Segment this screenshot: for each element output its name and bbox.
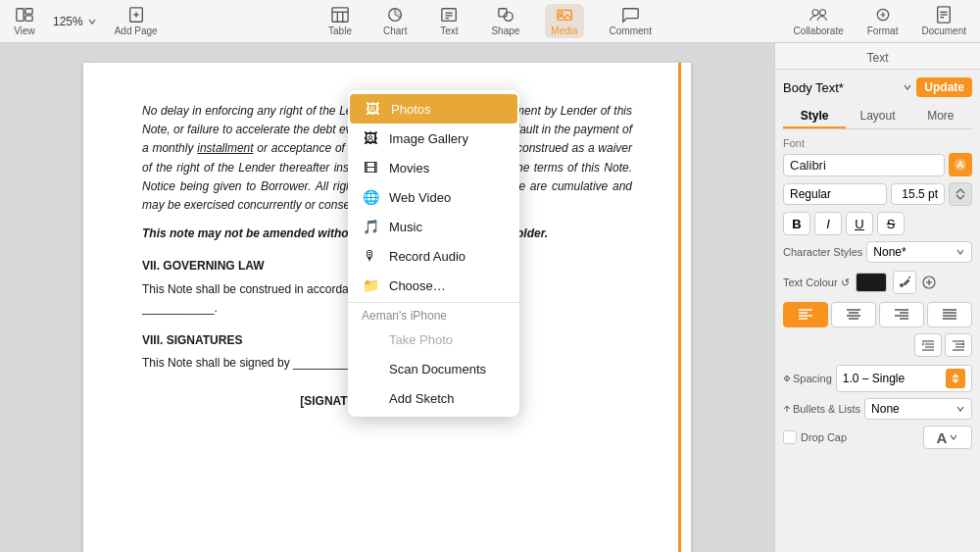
record-audio-icon: 🎙 bbox=[362, 247, 379, 265]
char-styles-chevron-icon bbox=[956, 248, 965, 256]
menu-item-photos[interactable]: 🖼 Photos bbox=[350, 94, 517, 124]
menu-item-music[interactable]: 🎵 Music bbox=[348, 212, 519, 241]
collaborate-button[interactable]: Collaborate bbox=[788, 4, 850, 38]
svg-point-28 bbox=[900, 283, 904, 287]
add-page-button[interactable]: Add Page bbox=[109, 4, 164, 38]
dropcap-letter-icon: A bbox=[937, 429, 948, 446]
style-dropdown-chevron-icon bbox=[903, 82, 912, 92]
format-button[interactable]: Format bbox=[861, 4, 905, 38]
font-section-label: Font bbox=[783, 137, 972, 149]
svg-rect-1 bbox=[25, 9, 32, 14]
menu-item-scan-documents[interactable]: Scan Documents bbox=[348, 354, 519, 383]
spacing-arrow-icon bbox=[783, 375, 791, 382]
align-right-icon bbox=[894, 308, 909, 322]
svg-rect-11 bbox=[442, 9, 456, 22]
style-selector: Body Text* Update bbox=[783, 77, 972, 97]
menu-item-add-sketch-label: Add Sketch bbox=[389, 391, 455, 406]
document-label: Document bbox=[921, 25, 966, 36]
music-icon: 🎵 bbox=[362, 218, 379, 235]
char-styles-label: Character Styles bbox=[783, 246, 862, 258]
indent-decrease-icon bbox=[921, 339, 935, 351]
orange-line bbox=[678, 63, 681, 552]
format-icon bbox=[872, 6, 894, 24]
table-label: Table bbox=[328, 25, 352, 36]
view-label: View bbox=[14, 25, 35, 36]
font-size-stepper[interactable] bbox=[949, 182, 972, 206]
menu-item-web-video[interactable]: 🌐 Web Video bbox=[348, 182, 519, 212]
panel-tabs: Style Layout More bbox=[783, 105, 972, 129]
spacing-row: Spacing 1.0 – Single bbox=[783, 365, 972, 392]
align-center-button[interactable] bbox=[831, 302, 876, 327]
add-sketch-icon bbox=[362, 389, 379, 407]
text-label: Text bbox=[440, 25, 458, 36]
style-dropdown[interactable] bbox=[903, 82, 912, 92]
menu-item-record-audio[interactable]: 🎙 Record Audio bbox=[348, 241, 519, 271]
font-size-box[interactable]: 15.5 pt bbox=[891, 183, 945, 205]
italic-button[interactable]: I bbox=[814, 212, 842, 235]
font-style-box[interactable]: Regular bbox=[783, 183, 887, 205]
bullets-arrow-icon bbox=[783, 405, 791, 413]
document-button[interactable]: Document bbox=[915, 4, 972, 38]
svg-point-19 bbox=[812, 10, 818, 16]
tab-layout[interactable]: Layout bbox=[846, 105, 908, 128]
text-button[interactable]: Text bbox=[432, 4, 466, 38]
menu-item-choose[interactable]: 📁 Choose… bbox=[348, 271, 519, 300]
menu-item-image-gallery[interactable]: 🖼 Image Gallery bbox=[348, 124, 519, 153]
text-color-swatch[interactable] bbox=[856, 273, 887, 292]
dropcap-checkbox[interactable] bbox=[783, 430, 797, 444]
text-color-options-icon[interactable] bbox=[922, 276, 936, 289]
svg-rect-2 bbox=[25, 16, 32, 21]
spacing-stepper-icon bbox=[946, 369, 965, 388]
choose-icon: 📁 bbox=[362, 276, 379, 294]
chart-button[interactable]: Chart bbox=[377, 4, 413, 38]
spacing-label: Spacing bbox=[783, 373, 832, 384]
align-justify-button[interactable] bbox=[927, 302, 972, 327]
spacing-dropdown[interactable]: 1.0 – Single bbox=[836, 365, 972, 392]
media-icon bbox=[554, 6, 575, 24]
color-eyedropper-button[interactable] bbox=[893, 271, 916, 294]
bold-button[interactable]: B bbox=[783, 212, 810, 235]
view-button[interactable]: View bbox=[8, 4, 41, 38]
menu-item-movies[interactable]: 🎞 Movies bbox=[348, 153, 519, 182]
scan-documents-icon bbox=[362, 360, 379, 377]
text-color-row: Text Colour ↺ bbox=[783, 271, 972, 294]
media-button[interactable]: Media bbox=[545, 4, 583, 38]
menu-item-choose-label: Choose… bbox=[389, 278, 446, 293]
indent-increase-icon bbox=[952, 339, 965, 351]
bullets-dropdown[interactable]: None bbox=[864, 398, 972, 420]
shape-button[interactable]: Shape bbox=[485, 4, 525, 38]
align-left-button[interactable] bbox=[783, 302, 828, 327]
text-icon bbox=[438, 6, 460, 24]
tab-style[interactable]: Style bbox=[783, 105, 846, 128]
menu-section-iphone: Aeman's iPhone bbox=[348, 305, 519, 325]
bullets-row: Bullets & Lists None bbox=[783, 398, 972, 420]
svg-point-20 bbox=[820, 10, 826, 16]
tab-more[interactable]: More bbox=[909, 105, 972, 128]
font-name-box[interactable]: Calibri bbox=[783, 154, 945, 176]
update-button[interactable]: Update bbox=[916, 77, 972, 97]
indent-increase-button[interactable] bbox=[945, 333, 972, 357]
chart-label: Chart bbox=[383, 25, 407, 36]
menu-item-scan-documents-label: Scan Documents bbox=[389, 362, 486, 376]
menu-item-take-photo[interactable]: Take Photo bbox=[348, 325, 519, 354]
underline-button[interactable]: U bbox=[846, 212, 873, 235]
menu-item-add-sketch[interactable]: Add Sketch bbox=[348, 383, 519, 413]
font-size-value: 15.5 pt bbox=[902, 187, 938, 201]
align-right-button[interactable] bbox=[879, 302, 924, 327]
dropcap-chevron-icon bbox=[949, 433, 958, 441]
font-color-icon bbox=[954, 158, 967, 172]
comment-button[interactable]: Comment bbox=[604, 4, 658, 38]
bullets-value: None bbox=[871, 402, 900, 416]
table-button[interactable]: Table bbox=[322, 4, 358, 38]
strikethrough-button[interactable]: S bbox=[877, 212, 905, 235]
align-justify-icon bbox=[942, 308, 957, 322]
menu-item-image-gallery-label: Image Gallery bbox=[389, 131, 468, 146]
indent-decrease-button[interactable] bbox=[914, 333, 942, 357]
menu-item-web-video-label: Web Video bbox=[389, 190, 451, 205]
spacing-stepper-arrows bbox=[950, 373, 961, 384]
font-color-button[interactable] bbox=[949, 153, 972, 176]
char-styles-dropdown[interactable]: None* bbox=[866, 241, 972, 263]
font-row: Calibri bbox=[783, 153, 972, 176]
image-gallery-icon: 🖼 bbox=[362, 129, 379, 147]
dropcap-style-button[interactable]: A bbox=[923, 426, 972, 449]
